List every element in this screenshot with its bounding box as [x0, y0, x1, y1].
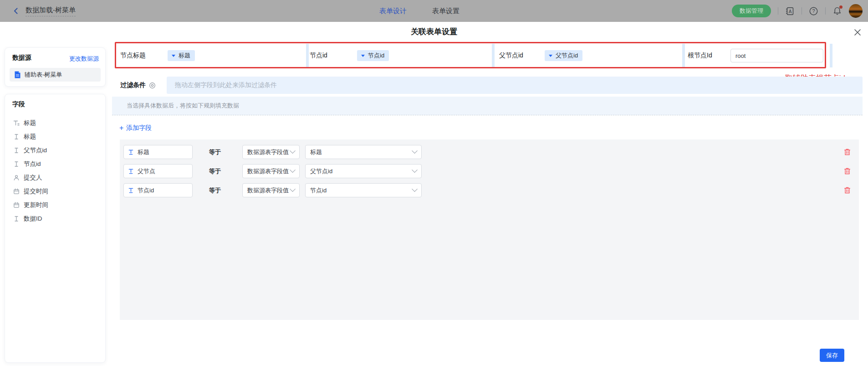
caret-down-icon	[172, 55, 175, 57]
delete-rule-icon[interactable]	[843, 186, 851, 194]
topbar-right: 数据管理 A ?	[732, 0, 863, 22]
divider	[778, 7, 778, 15]
rule-value-select[interactable]: 节点id	[305, 183, 422, 197]
save-button[interactable]: 保存	[820, 349, 844, 362]
text-field-icon	[13, 147, 20, 154]
rule-target-field[interactable]: 父节点	[123, 164, 193, 178]
datasource-item[interactable]: 辅助表-树菜单	[10, 68, 101, 82]
back-icon[interactable]	[12, 7, 20, 15]
avatar[interactable]	[849, 4, 863, 18]
rule-target-field[interactable]: 标题	[123, 145, 193, 159]
text-field-icon	[128, 149, 134, 155]
node-id-label: 节点id	[310, 44, 327, 67]
svg-text:A: A	[789, 9, 792, 14]
rule-target-field[interactable]: 节点id	[123, 183, 193, 197]
column-divider	[682, 44, 685, 67]
modal-title: 关联表单设置	[0, 26, 868, 37]
divider	[825, 7, 826, 15]
select-value: 数据源表字段值	[247, 186, 289, 195]
rule-operator: 等于	[209, 145, 221, 159]
chevron-down-icon	[290, 186, 296, 192]
notification-dot	[839, 5, 842, 9]
delete-rule-icon[interactable]	[843, 167, 851, 175]
field-item[interactable]: 标题	[5, 116, 105, 130]
fill-rules-hint-band: 当选择具体数据后，将按如下规则填充数据	[112, 97, 863, 115]
calendar-icon	[13, 202, 20, 208]
plus-icon: +	[119, 124, 123, 132]
tag-label: 节点id	[368, 52, 384, 60]
field-item-label: 提交时间	[24, 187, 48, 196]
field-item[interactable]: 标题	[5, 130, 105, 144]
node-title-label: 节点标题	[120, 44, 146, 67]
text-field-icon	[13, 161, 20, 167]
rule-row: 标题 等于 数据源表字段值 标题	[120, 145, 859, 159]
notification-bell-icon[interactable]	[832, 6, 842, 16]
node-mapping-row: 节点标题 标题 节点id 节点id 父节点id 父节点id 根节点Id	[112, 44, 863, 67]
field-item-label: 父节点id	[24, 146, 47, 155]
node-title-field-tag[interactable]: 标题	[168, 50, 195, 61]
rule-field-label: 父节点	[138, 167, 155, 175]
docs-book-icon[interactable]: A	[785, 6, 795, 16]
datasource-heading: 数据源	[12, 54, 31, 62]
calendar-icon	[13, 188, 20, 195]
filter-dropzone[interactable]: 拖动左侧字段到此处来添加过滤条件	[167, 77, 863, 94]
rule-operator: 等于	[209, 164, 221, 178]
rule-source-select[interactable]: 数据源表字段值	[242, 164, 300, 178]
node-id-field-tag[interactable]: 节点id	[357, 50, 389, 61]
rule-row: 节点id 等于 数据源表字段值 节点id	[120, 183, 859, 197]
data-manage-button[interactable]: 数据管理	[732, 5, 771, 17]
caret-down-icon	[361, 55, 365, 57]
change-datasource-link[interactable]: 更改数据源	[69, 55, 99, 63]
text-field-icon	[13, 216, 20, 222]
filter-placeholder: 拖动左侧字段到此处来添加过滤条件	[175, 81, 277, 89]
field-item[interactable]: 提交人	[5, 171, 105, 185]
rule-value-select[interactable]: 标题	[305, 145, 422, 159]
root-node-id-input[interactable]	[730, 49, 823, 62]
delete-rule-icon[interactable]	[843, 148, 851, 156]
tag-label: 标题	[179, 52, 190, 60]
svg-text:?: ?	[812, 8, 815, 14]
parent-node-id-label: 父节点id	[499, 44, 523, 67]
rule-source-select[interactable]: 数据源表字段值	[242, 145, 300, 159]
column-divider	[830, 44, 832, 67]
tag-label: 父节点id	[556, 52, 578, 60]
fields-card: 字段 标题 标题 父节点id 节点id 提交人	[5, 94, 106, 363]
field-item[interactable]: 节点id	[5, 157, 105, 171]
rule-value-select[interactable]: 父节点id	[305, 164, 422, 178]
field-item[interactable]: 更新时间	[5, 198, 105, 212]
field-list: 标题 标题 父节点id 节点id 提交人 提交时间	[5, 116, 105, 226]
select-value: 数据源表字段值	[247, 148, 289, 156]
field-item-label: 标题	[24, 119, 36, 127]
rule-source-select[interactable]: 数据源表字段值	[242, 183, 300, 197]
field-item[interactable]: 提交时间	[5, 185, 105, 198]
field-item-label: 更新时间	[24, 201, 48, 209]
help-icon[interactable]: ?	[809, 6, 818, 16]
add-field-label: 添加字段	[126, 124, 152, 132]
datasource-item-label: 辅助表-树菜单	[25, 71, 62, 79]
parent-node-id-field-tag[interactable]: 父节点id	[545, 50, 582, 61]
close-icon[interactable]	[853, 27, 863, 37]
filter-label: 过滤条件	[120, 81, 146, 89]
screen: 数据加载-树菜单 表单设计 表单设置 数据管理 A ?	[0, 0, 868, 371]
field-item-label: 提交人	[24, 174, 42, 182]
divider	[802, 7, 802, 15]
filter-help-icon[interactable]	[149, 82, 156, 89]
tab-form-design[interactable]: 表单设计	[379, 7, 407, 15]
tab-form-settings[interactable]: 表单设置	[432, 7, 460, 15]
datasource-card: 数据源 更改数据源 辅助表-树菜单	[5, 47, 106, 87]
field-item[interactable]: 数据ID	[5, 212, 105, 226]
fields-heading: 字段	[12, 100, 25, 108]
field-item-label: 节点id	[24, 160, 41, 168]
page-title: 数据加载-树菜单	[26, 6, 76, 16]
add-field-button[interactable]: + 添加字段	[119, 124, 152, 132]
column-divider	[492, 44, 495, 67]
text-field-icon	[128, 168, 134, 174]
field-item[interactable]: 父节点id	[5, 144, 105, 157]
topbar: 数据加载-树菜单 表单设计 表单设置 数据管理 A ?	[0, 0, 868, 22]
text-field-icon	[128, 187, 134, 193]
caret-down-icon	[549, 55, 552, 57]
document-icon	[14, 71, 21, 78]
select-value: 父节点id	[310, 167, 332, 175]
root-node-id-label: 根节点Id	[688, 44, 712, 67]
title-field-icon	[13, 120, 20, 126]
